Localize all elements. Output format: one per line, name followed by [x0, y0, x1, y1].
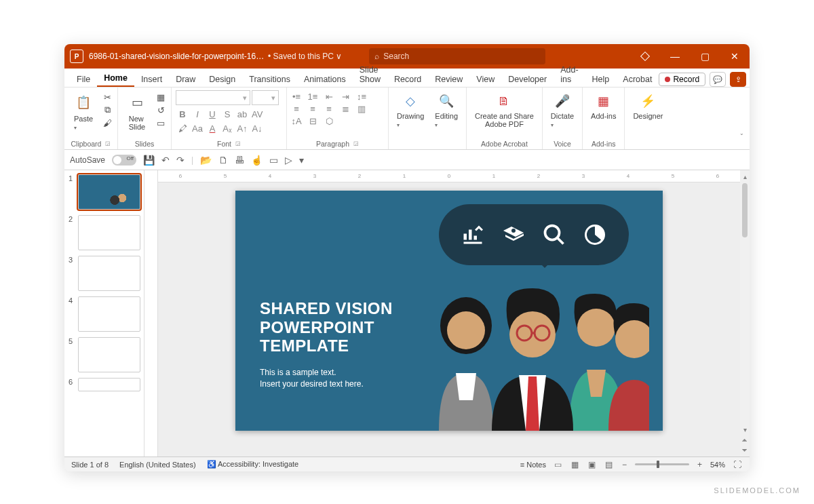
- align-text-button[interactable]: ⊟: [307, 116, 318, 126]
- thumbnail-2[interactable]: [78, 215, 140, 250]
- columns-button[interactable]: ▥: [356, 104, 367, 114]
- autosave-toggle[interactable]: [112, 155, 136, 166]
- spacing-button[interactable]: AV: [252, 109, 263, 119]
- zoom-in-button[interactable]: +: [696, 460, 703, 469]
- tab-help[interactable]: Help: [585, 71, 617, 87]
- slide-content[interactable]: SHARED VISION POWERPOINT TEMPLATE This i…: [235, 191, 663, 431]
- new-button[interactable]: 🗋: [218, 155, 228, 166]
- reading-view-button[interactable]: ▣: [587, 460, 597, 469]
- tab-view[interactable]: View: [469, 71, 501, 87]
- bullets-button[interactable]: •≡: [291, 92, 302, 102]
- align-right-button[interactable]: ≡: [324, 104, 334, 114]
- collapse-ribbon-button[interactable]: ⌄: [739, 130, 744, 136]
- scroll-up-icon[interactable]: ▴: [743, 173, 747, 180]
- zoom-out-button[interactable]: −: [621, 460, 628, 469]
- maximize-button[interactable]: ▢: [690, 44, 720, 69]
- prev-slide-icon[interactable]: ⏶: [741, 436, 748, 444]
- create-pdf-button[interactable]: 🗎Create and Share Adobe PDF: [471, 90, 538, 130]
- language-status[interactable]: English (United States): [119, 461, 196, 469]
- tab-insert[interactable]: Insert: [134, 71, 169, 87]
- notes-button[interactable]: ≡ Notes: [520, 461, 546, 469]
- font-size-selector[interactable]: ▾: [252, 90, 279, 105]
- dictate-button[interactable]: 🎤Dictate▾: [547, 90, 578, 130]
- open-button[interactable]: 📂: [200, 155, 212, 166]
- copy-button[interactable]: ⧉: [101, 104, 113, 115]
- strike-button[interactable]: S: [222, 109, 233, 119]
- slide-thumbnails[interactable]: 1 2 3 4 5 6: [64, 170, 144, 457]
- tab-review[interactable]: Review: [428, 71, 469, 87]
- addins-button[interactable]: ▦Add-ins: [587, 90, 620, 121]
- font-selector[interactable]: ▾: [176, 90, 250, 105]
- indent-inc-button[interactable]: ⇥: [340, 92, 351, 102]
- tab-record[interactable]: Record: [387, 71, 428, 87]
- thumbnail-3[interactable]: [78, 256, 140, 291]
- indent-dec-button[interactable]: ⇤: [324, 92, 334, 102]
- format-painter-button[interactable]: 🖌: [101, 117, 113, 128]
- font-color-button[interactable]: A: [207, 123, 218, 134]
- fit-button[interactable]: ⛶: [732, 460, 743, 469]
- justify-button[interactable]: ≣: [340, 104, 351, 114]
- smartart-button[interactable]: ⬡: [324, 116, 334, 126]
- section-button[interactable]: ▭: [155, 117, 167, 128]
- scroll-down-icon[interactable]: ▾: [743, 426, 747, 433]
- align-center-button[interactable]: ≡: [307, 104, 318, 114]
- tab-acrobat[interactable]: Acrobat: [616, 71, 659, 87]
- line-space-button[interactable]: ↕≡: [356, 92, 367, 102]
- highlight-button[interactable]: 🖍: [177, 123, 188, 134]
- layout-button[interactable]: ▦: [155, 92, 167, 102]
- search-input[interactable]: ⌕ Search: [369, 48, 545, 64]
- bold-button[interactable]: B: [177, 109, 188, 119]
- tab-file[interactable]: File: [70, 71, 97, 87]
- grow-font-button[interactable]: A↑: [237, 123, 248, 134]
- cut-button[interactable]: ✂: [101, 92, 113, 102]
- number-button[interactable]: 1≡: [307, 92, 318, 102]
- quick-print-button[interactable]: 🖶: [235, 155, 244, 166]
- drawing-button[interactable]: ◇Drawing▾: [393, 90, 428, 130]
- shrink-font-button[interactable]: A↓: [252, 123, 263, 134]
- comments-button[interactable]: 💬: [710, 72, 726, 87]
- sorter-view-button[interactable]: ▦: [570, 460, 580, 469]
- redo-button[interactable]: ↷: [176, 155, 185, 166]
- dialog-launcher-icon[interactable]: ◲: [353, 140, 359, 147]
- accessibility-status[interactable]: ♿ Accessibility: Investigate: [207, 460, 299, 469]
- shadow-button[interactable]: ab: [237, 109, 248, 119]
- slide-counter[interactable]: Slide 1 of 8: [71, 461, 109, 469]
- tab-design[interactable]: Design: [202, 71, 242, 87]
- tab-animations[interactable]: Animations: [297, 71, 353, 87]
- share-button[interactable]: ⇪: [730, 72, 746, 87]
- tab-draw[interactable]: Draw: [169, 71, 202, 87]
- tab-addins[interactable]: Add-ins: [554, 61, 585, 87]
- thumbnail-4[interactable]: [78, 296, 140, 332]
- undo-button[interactable]: ↶: [161, 155, 170, 166]
- underline-button[interactable]: U: [207, 109, 218, 119]
- normal-view-button[interactable]: ▭: [553, 460, 563, 469]
- new-slide-button[interactable]: ▭ New Slide: [122, 90, 152, 132]
- slideshow-view-button[interactable]: ▤: [604, 460, 614, 469]
- close-button[interactable]: ✕: [720, 44, 750, 69]
- tab-developer[interactable]: Developer: [501, 71, 554, 87]
- tab-slideshow[interactable]: Slide Show: [353, 61, 387, 87]
- qat-more-button[interactable]: ▾: [299, 155, 304, 166]
- dialog-launcher-icon[interactable]: ◲: [235, 140, 241, 147]
- zoom-level[interactable]: 54%: [710, 461, 725, 469]
- case-button[interactable]: Aa: [192, 123, 203, 134]
- from-beginning-button[interactable]: ▷: [285, 155, 292, 166]
- record-button[interactable]: Record: [659, 73, 705, 86]
- italic-button[interactable]: I: [192, 109, 203, 119]
- next-slide-icon[interactable]: ⏷: [741, 446, 748, 454]
- thumbnail-6[interactable]: [78, 378, 140, 391]
- dialog-launcher-icon[interactable]: ◲: [105, 140, 111, 147]
- vertical-scrollbar[interactable]: ▴ ▾ ⏶ ⏷: [740, 170, 750, 457]
- tab-home[interactable]: Home: [97, 69, 134, 87]
- paste-button[interactable]: 📋 Paste▾: [69, 90, 98, 132]
- save-state[interactable]: • Saved to this PC ∨: [268, 52, 342, 61]
- zoom-slider[interactable]: [635, 463, 689, 465]
- thumbnail-5[interactable]: [78, 337, 140, 372]
- clear-format-button[interactable]: Aᵪ: [222, 123, 233, 134]
- premium-icon[interactable]: [630, 44, 660, 69]
- present-button[interactable]: ▭: [269, 155, 278, 166]
- scroll-thumb[interactable]: [742, 183, 748, 237]
- designer-button[interactable]: ⚡Designer: [629, 90, 667, 121]
- save-button[interactable]: 💾: [143, 155, 155, 166]
- touch-button[interactable]: ☝: [251, 155, 263, 166]
